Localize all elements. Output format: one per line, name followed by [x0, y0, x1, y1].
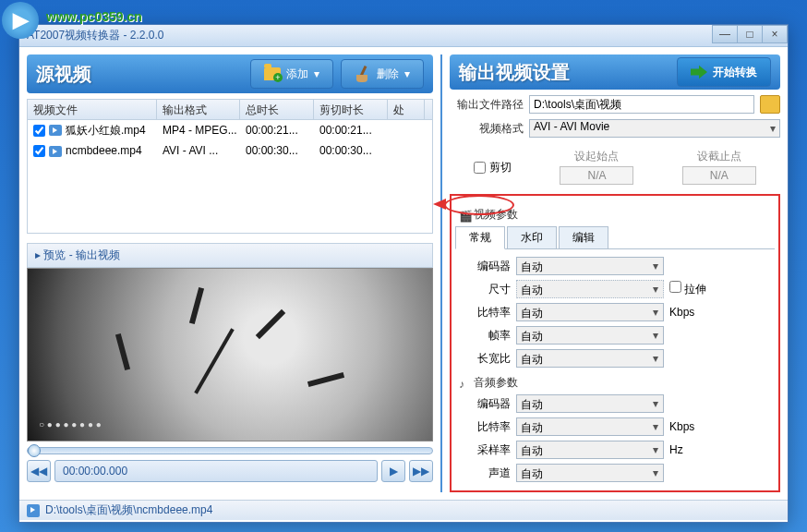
audio-channel-select[interactable]: 自动 [516, 464, 664, 482]
col-format[interactable]: 输出格式 [157, 100, 240, 119]
minimize-button[interactable]: — [712, 25, 738, 43]
audio-bitrate-label: 比特率 [455, 419, 511, 435]
annotation-box: 🎬 视频参数 常规 水印 编辑 编码器自动 尺寸自动 拉伸 比特率自动Kbps … [450, 194, 780, 492]
video-bitrate-select[interactable]: 自动 [516, 303, 664, 321]
status-video-icon [27, 504, 40, 517]
tab-watermark[interactable]: 水印 [507, 226, 557, 248]
play-button[interactable]: ▶ [381, 460, 405, 482]
seek-slider[interactable] [27, 447, 433, 454]
next-button[interactable]: ▶▶ [409, 460, 433, 482]
prev-button[interactable]: ◀◀ [27, 460, 51, 482]
slider-thumb[interactable] [28, 444, 41, 457]
convert-icon [691, 64, 707, 80]
window-title: AT2007视频转换器 - 2.2.0.0 [27, 28, 164, 43]
video-encoder-select[interactable]: 自动 [516, 257, 664, 275]
delete-button[interactable]: 删除 ▾ [341, 59, 424, 89]
cell-cut: 00:00:21... [314, 122, 388, 139]
annotation-arrow [433, 199, 446, 210]
audio-bitrate-unit: Kbps [669, 420, 716, 433]
end-point-button[interactable]: N/A [682, 166, 756, 185]
audio-encoder-label: 编码器 [455, 396, 511, 412]
folder-add-icon: + [264, 67, 281, 80]
preview-image: ○ ● ● ● ● ● ● ● [27, 268, 433, 441]
audio-params-title: ♪ 音频参数 [459, 375, 775, 391]
annotation-oval [444, 195, 514, 215]
output-title: 输出视频设置 [459, 60, 570, 85]
output-path-input[interactable] [529, 95, 754, 114]
watermark-text: www.pc0359.cn [46, 9, 142, 24]
preview-title[interactable]: ▸ 预览 - 输出视频 [27, 243, 433, 268]
bitrate-unit: Kbps [669, 306, 716, 319]
col-cut[interactable]: 剪切时长 [314, 100, 388, 119]
sample-label: 采样率 [455, 442, 511, 458]
tab-edit[interactable]: 编辑 [559, 226, 608, 248]
table-row[interactable]: 狐妖小红娘.mp4 MP4 - MPEG... 00:00:21... 00:0… [28, 120, 432, 140]
start-convert-label: 开始转换 [713, 65, 757, 80]
set-end-label: 设截止点 [682, 149, 756, 164]
col-duration[interactable]: 总时长 [240, 100, 314, 119]
dropdown-icon: ▾ [314, 67, 319, 80]
stretch-checkbox[interactable] [669, 281, 681, 293]
video-icon [49, 125, 62, 136]
audio-bitrate-select[interactable]: 自动 [516, 417, 664, 436]
video-format-select[interactable]: AVI - AVI Movie [529, 119, 780, 138]
table-row[interactable]: ncmbdeee.mp4 AVI - AVI ... 00:00:30... 0… [28, 140, 432, 161]
fps-label: 帧率 [455, 328, 511, 344]
file-name: 狐妖小红娘.mp4 [66, 124, 146, 137]
close-button[interactable]: × [762, 25, 788, 43]
file-table: 视频文件 输出格式 总时长 剪切时长 处 狐妖小红娘.mp4 MP4 - MPE… [27, 99, 433, 234]
aspect-label: 长宽比 [455, 351, 511, 367]
crop-checkbox[interactable] [474, 162, 486, 174]
audio-sample-select[interactable]: 自动 [516, 441, 664, 459]
source-header: 源视频 + 添加 ▾ 删除 ▾ [27, 54, 433, 93]
dropdown-icon: ▾ [404, 67, 410, 80]
source-title: 源视频 [36, 62, 91, 87]
size-label: 尺寸 [455, 282, 511, 297]
add-button-label: 添加 [286, 66, 308, 82]
app-logo-icon: ▶ [2, 2, 39, 39]
output-path-label: 输出文件路径 [450, 97, 524, 113]
row-checkbox[interactable] [33, 145, 45, 157]
cell-duration: 00:00:21... [240, 122, 314, 139]
cell-format: MP4 - MPEG... [157, 122, 240, 139]
main-window: AT2007视频转换器 - 2.2.0.0 — □ × 源视频 + 添加 ▾ 删… [18, 24, 789, 523]
output-header: 输出视频设置 开始转换 [450, 54, 780, 90]
broom-icon [355, 66, 371, 82]
delete-button-label: 删除 [377, 66, 399, 82]
timecode-display: 00:00:00.000 [54, 460, 378, 482]
sample-unit: Hz [669, 443, 716, 456]
titlebar[interactable]: AT2007视频转换器 - 2.2.0.0 — □ × [19, 25, 788, 47]
video-size-select[interactable]: 自动 [516, 280, 664, 298]
cell-format: AVI - AVI ... [157, 142, 240, 159]
maximize-button[interactable]: □ [737, 25, 763, 43]
table-header: 视频文件 输出格式 总时长 剪切时长 处 [28, 100, 432, 120]
video-fps-select[interactable]: 自动 [516, 326, 664, 345]
row-checkbox[interactable] [33, 125, 45, 137]
bitrate-label: 比特率 [455, 305, 511, 320]
col-status[interactable]: 处 [388, 100, 425, 119]
channel-label: 声道 [455, 466, 511, 481]
start-convert-button[interactable]: 开始转换 [677, 57, 771, 87]
music-note-icon: ♪ [459, 378, 470, 389]
video-aspect-select[interactable]: 自动 [516, 349, 664, 368]
col-file[interactable]: 视频文件 [28, 100, 157, 119]
encoder-label: 编码器 [455, 259, 511, 274]
status-path: D:\tools\桌面\视频\ncmbdeee.mp4 [45, 502, 212, 518]
file-name: ncmbdeee.mp4 [66, 144, 142, 157]
set-start-label: 设起始点 [560, 149, 633, 164]
audio-encoder-select[interactable]: 自动 [516, 394, 664, 413]
tab-normal[interactable]: 常规 [455, 226, 505, 249]
crop-checkbox-label[interactable]: 剪切 [474, 160, 512, 175]
cell-cut: 00:00:30... [314, 142, 388, 159]
video-format-label: 视频格式 [450, 121, 524, 137]
video-icon [49, 146, 62, 157]
start-point-button[interactable]: N/A [560, 166, 633, 185]
browse-folder-button[interactable] [760, 95, 780, 114]
stretch-checkbox-label[interactable]: 拉伸 [669, 281, 706, 297]
add-button[interactable]: + 添加 ▾ [250, 59, 333, 89]
cell-duration: 00:00:30... [240, 142, 314, 159]
preview-caption: ○ ● ● ● ● ● ● ● [39, 419, 102, 429]
statusbar: D:\tools\桌面\视频\ncmbdeee.mp4 [19, 500, 788, 520]
